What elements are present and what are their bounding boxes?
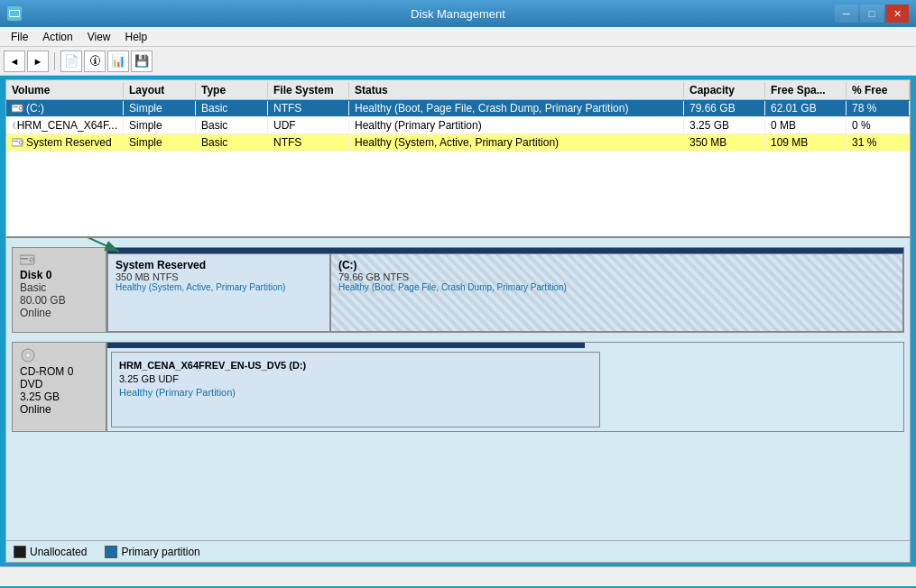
cell-layout: Simple xyxy=(124,101,196,115)
cell-type: Basic xyxy=(196,101,268,115)
legend-primary-label: Primary partition xyxy=(121,546,199,558)
menu-file[interactable]: File xyxy=(4,29,35,45)
table-row[interactable]: System Reserved Simple Basic NTFS Health… xyxy=(6,134,910,152)
toolbar-save[interactable]: 💾 xyxy=(131,51,153,72)
disk-map: Disk 0 Basic 80.00 GB Online System Rese… xyxy=(6,238,910,540)
col-header-layout: Layout xyxy=(124,82,196,98)
cdrom-vol-status: Healthy (Primary Partition) xyxy=(119,387,592,398)
partition-status: Healthy (Boot, Page File, Crash Dump, Pr… xyxy=(338,282,895,292)
cell-type: Basic xyxy=(196,118,268,133)
legend-unallocated: Unallocated xyxy=(14,546,87,558)
menu-action[interactable]: Action xyxy=(35,29,79,45)
disk0-type: Basic xyxy=(20,281,98,294)
cell-status: Healthy (System, Active, Primary Partiti… xyxy=(349,135,684,150)
cdrom0-icon xyxy=(20,348,36,363)
cell-capacity: 3.25 GB xyxy=(684,118,765,133)
cell-fs: NTFS xyxy=(268,101,349,115)
window-title: Disk Management xyxy=(0,7,916,21)
toolbar: ◄ ► 📄 🛈 📊 💾 xyxy=(0,47,916,76)
cell-volume: (C:) xyxy=(6,101,124,115)
disk0-label: Disk 0 Basic 80.00 GB Online xyxy=(12,247,106,333)
cdrom0-label: CD-ROM 0 DVD 3.25 GB Online xyxy=(12,342,106,432)
toolbar-new[interactable]: 📄 xyxy=(60,51,82,72)
svg-rect-13 xyxy=(21,258,28,260)
cdrom0-row: CD-ROM 0 DVD 3.25 GB Online HRM_CENA_X64… xyxy=(12,342,904,432)
col-header-status: Status xyxy=(349,82,684,98)
cdrom0-status: Online xyxy=(20,403,98,416)
svg-point-5 xyxy=(14,121,15,130)
cell-status: Healthy (Primary Partition) xyxy=(349,118,684,133)
minimize-button[interactable]: ─ xyxy=(835,5,858,23)
cell-layout: Simple xyxy=(124,118,196,133)
disk0-row: Disk 0 Basic 80.00 GB Online System Rese… xyxy=(12,247,904,333)
col-header-volume: Volume xyxy=(6,82,124,98)
cd-icon xyxy=(12,120,15,131)
svg-rect-11 xyxy=(20,255,34,264)
app-icon xyxy=(7,6,22,21)
cell-freespace: 109 MB xyxy=(765,135,847,150)
cdrom0-volume[interactable]: HRM_CENA_X64FREV_EN-US_DV5 (D:) 3.25 GB … xyxy=(111,352,600,427)
cell-freepct: 31 % xyxy=(847,135,910,150)
cell-volume: HRM_CENA_X64F... xyxy=(6,118,124,133)
svg-point-15 xyxy=(26,354,31,358)
cell-status: Healthy (Boot, Page File, Crash Dump, Pr… xyxy=(349,101,684,115)
toolbar-back[interactable]: ◄ xyxy=(4,51,25,72)
cell-type: Basic xyxy=(196,135,268,150)
cdrom0-name: CD-ROM 0 xyxy=(20,365,98,378)
cell-fs: UDF xyxy=(268,118,349,133)
cell-capacity: 79.66 GB xyxy=(684,101,765,115)
partition-size: 79.66 GB NTFS xyxy=(338,271,895,282)
legend-unallocated-box xyxy=(14,546,26,558)
cdrom0-type: DVD xyxy=(20,378,98,390)
disk0-partition-row: System Reserved 350 MB NTFS Healthy (Sys… xyxy=(107,253,903,332)
menu-view[interactable]: View xyxy=(80,29,118,45)
col-header-freespace: Free Spa... xyxy=(765,82,847,98)
cdrom0-size: 3.25 GB xyxy=(20,390,98,403)
cell-layout: Simple xyxy=(124,135,196,150)
disk0-name: Disk 0 xyxy=(20,269,98,281)
close-button[interactable]: ✕ xyxy=(885,5,909,23)
legend-primary: Primary partition xyxy=(105,546,199,558)
disk0-size: 80.00 GB xyxy=(20,294,98,307)
partition-name: (C:) xyxy=(338,259,895,271)
cdrom-vol-name: HRM_CENA_X64FREV_EN-US_DV5 (D:) xyxy=(119,360,592,371)
toolbar-chart[interactable]: 📊 xyxy=(107,51,129,72)
cdrom0-partition-row: HRM_CENA_X64FREV_EN-US_DV5 (D:) 3.25 GB … xyxy=(107,348,903,431)
col-header-type: Type xyxy=(196,82,268,98)
svg-rect-7 xyxy=(12,139,23,146)
legend-primary-box xyxy=(105,546,117,558)
table-row[interactable]: (C:) Simple Basic NTFS Healthy (Boot, Pa… xyxy=(6,100,910,117)
partition-system-reserved[interactable]: System Reserved 350 MB NTFS Healthy (Sys… xyxy=(107,253,330,332)
col-header-capacity: Capacity xyxy=(684,82,765,98)
title-bar-left xyxy=(7,6,22,21)
cell-freepct: 78 % xyxy=(847,101,910,115)
partition-name: System Reserved xyxy=(116,259,322,271)
table-row[interactable]: HRM_CENA_X64F... Simple Basic UDF Health… xyxy=(6,117,910,134)
menu-help[interactable]: Help xyxy=(118,29,155,45)
maximize-button[interactable]: □ xyxy=(860,5,884,23)
toolbar-info[interactable]: 🛈 xyxy=(84,51,106,72)
status-bar xyxy=(0,566,916,586)
cdrom-vol-size: 3.25 GB UDF xyxy=(119,373,592,384)
toolbar-forward[interactable]: ► xyxy=(27,51,49,72)
svg-rect-1 xyxy=(10,11,19,16)
cdrom0-partitions: HRM_CENA_X64FREV_EN-US_DV5 (D:) 3.25 GB … xyxy=(106,342,904,432)
partition-status: Healthy (System, Active, Primary Partiti… xyxy=(116,282,322,292)
svg-rect-4 xyxy=(13,106,18,107)
svg-rect-2 xyxy=(12,105,23,112)
window-controls: ─ □ ✕ xyxy=(835,5,909,23)
disk0-icon xyxy=(20,253,36,266)
cell-freespace: 0 MB xyxy=(765,118,847,133)
partition-c-drive[interactable]: (C:) 79.66 GB NTFS Healthy (Boot, Page F… xyxy=(330,253,903,332)
cell-freepct: 0 % xyxy=(847,118,910,133)
drive-icon xyxy=(12,103,24,114)
disk0-status: Online xyxy=(20,307,98,319)
toolbar-sep-1 xyxy=(54,52,55,70)
table-header: Volume Layout Type File System Status Ca… xyxy=(6,80,910,100)
title-bar: Disk Management ─ □ ✕ xyxy=(0,0,916,27)
menu-bar: File Action View Help xyxy=(0,27,916,47)
col-header-freepct: % Free xyxy=(847,82,910,98)
col-header-fs: File System xyxy=(268,82,349,98)
drive-icon xyxy=(12,137,24,148)
svg-rect-9 xyxy=(13,141,18,142)
